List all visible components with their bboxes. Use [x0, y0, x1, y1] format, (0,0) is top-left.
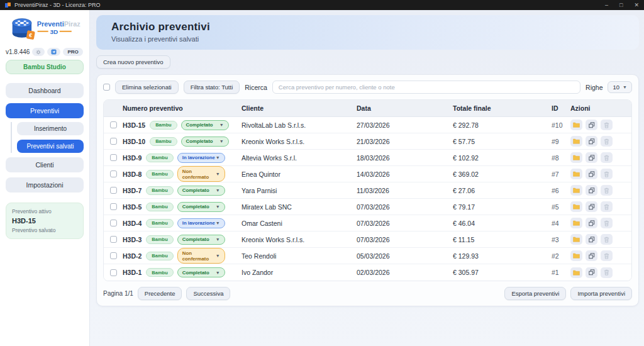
brand-accent: Piraz	[64, 20, 80, 28]
open-folder-button[interactable]	[570, 234, 582, 245]
delete-selected-button[interactable]: Elimina selezionati	[115, 81, 179, 94]
row-checkbox[interactable]	[110, 187, 117, 194]
table-row: H3D-9 Bambu In lavorazione ▼ Altevia Wor…	[104, 150, 631, 166]
duplicate-button[interactable]	[586, 185, 597, 196]
open-folder-button[interactable]	[570, 120, 582, 130]
delete-button[interactable]	[601, 136, 613, 147]
close-icon[interactable]: ✕	[634, 2, 639, 8]
sidebar-item-impostazioni[interactable]: Impostazioni	[6, 177, 84, 193]
row-checkbox[interactable]	[110, 203, 117, 210]
copy-icon	[589, 269, 595, 276]
status-select[interactable]: Non confermato ▼	[177, 248, 225, 264]
row-checkbox[interactable]	[110, 220, 117, 226]
duplicate-button[interactable]	[586, 250, 597, 261]
delete-button[interactable]	[601, 120, 613, 130]
status-label: Completato	[182, 187, 209, 193]
duplicate-button[interactable]	[586, 152, 597, 163]
delete-button[interactable]	[601, 250, 613, 261]
delete-button[interactable]	[601, 234, 613, 245]
col-cliente: Cliente	[242, 100, 357, 116]
status-select[interactable]: Completato ▼	[177, 267, 225, 277]
search-label: Ricerca	[245, 84, 267, 91]
status-select[interactable]: Completato ▼	[181, 120, 229, 130]
delete-button[interactable]	[601, 185, 613, 196]
duplicate-button[interactable]	[586, 169, 597, 179]
date-cell: 07/03/2026	[357, 203, 453, 211]
open-folder-button[interactable]	[570, 185, 582, 196]
total-cell: € 292.78	[453, 121, 552, 129]
duplicate-button[interactable]	[586, 120, 597, 130]
client-cell: Enea Quintor	[242, 170, 357, 178]
app-logo: € PreventiPiraz 3D	[6, 15, 84, 47]
status-select[interactable]: Completato ▼	[177, 235, 225, 245]
date-cell: 07/03/2026	[357, 220, 453, 227]
duplicate-button[interactable]	[586, 267, 597, 278]
status-select[interactable]: Non confermato ▼	[177, 166, 225, 182]
create-quote-button[interactable]: Crea nuovo preventivo	[96, 55, 170, 69]
duplicate-button[interactable]	[586, 234, 597, 245]
sidebar-item-inserimento[interactable]: Inserimento	[17, 122, 84, 135]
delete-button[interactable]	[601, 218, 613, 228]
status-select[interactable]: In lavorazione ▼	[177, 218, 225, 228]
delete-button[interactable]	[601, 201, 613, 212]
open-folder-button[interactable]	[570, 218, 582, 228]
delete-button[interactable]	[601, 152, 613, 163]
date-cell: 02/03/2026	[357, 269, 453, 276]
row-checkbox[interactable]	[110, 138, 117, 145]
filter-status-button[interactable]: Filtra stato: Tutti	[184, 81, 240, 94]
row-checkbox[interactable]	[110, 170, 117, 177]
delete-button[interactable]	[601, 267, 613, 278]
sidebar-item-preventivi[interactable]: Preventivi	[6, 103, 84, 118]
delete-button[interactable]	[601, 169, 613, 179]
trash-icon	[604, 171, 609, 177]
row-checkbox[interactable]	[110, 154, 117, 161]
duplicate-button[interactable]	[586, 218, 597, 228]
next-page-button[interactable]: Successiva	[186, 287, 230, 300]
sidebar-item-preventivi-salvati[interactable]: Preventivi salvati	[17, 140, 84, 153]
copy-icon	[589, 138, 595, 145]
duplicate-button[interactable]	[586, 201, 597, 212]
open-folder-button[interactable]	[570, 136, 582, 147]
rows-per-page-select[interactable]: 10 ▼	[608, 81, 632, 93]
table-row: H3D-1 Bambu Completato ▼ Ivo Zandor 02/0…	[104, 264, 631, 281]
select-all-checkbox[interactable]	[103, 84, 110, 91]
prev-page-button[interactable]: Precedente	[138, 287, 182, 300]
minimize-icon[interactable]: –	[605, 2, 608, 8]
status-select[interactable]: Completato ▼	[177, 186, 225, 196]
status-select[interactable]: Completato ▼	[177, 202, 225, 212]
row-checkbox[interactable]	[110, 269, 117, 276]
sidebar-item-dashboard[interactable]: Dashboard	[6, 83, 84, 98]
sidebar-item-clienti[interactable]: Clienti	[6, 157, 84, 172]
open-folder-button[interactable]	[570, 250, 582, 261]
open-folder-button[interactable]	[570, 169, 582, 179]
status-select[interactable]: Completato ▼	[181, 137, 229, 147]
import-quotes-button[interactable]: Importa preventivi	[570, 287, 632, 300]
bambu-studio-button[interactable]: Bambu Studio	[6, 60, 84, 74]
id-cell: #1	[552, 269, 570, 276]
status-label: Completato	[182, 204, 209, 209]
status-label: In lavorazione	[182, 155, 215, 160]
date-cell: 21/03/2026	[357, 138, 453, 145]
export-quotes-button[interactable]: Esporta preventivi	[504, 287, 566, 300]
chevron-down-icon: ▼	[216, 221, 220, 225]
chevron-down-icon: ▼	[216, 204, 220, 209]
status-select[interactable]: In lavorazione ▼	[177, 153, 225, 163]
client-cell: Ivo Zandor	[242, 269, 357, 276]
maximize-icon[interactable]: □	[619, 2, 623, 8]
open-folder-button[interactable]	[570, 267, 582, 278]
copy-icon	[589, 122, 595, 128]
search-input[interactable]	[272, 81, 580, 94]
row-checkbox[interactable]	[110, 252, 117, 259]
id-cell: #3	[552, 236, 570, 243]
duplicate-button[interactable]	[586, 136, 597, 147]
folder-icon	[573, 253, 580, 259]
table-row: H3D-5 Bambu Completato ▼ Miratex Lab SNC…	[104, 199, 631, 215]
telegram-app-button[interactable]	[47, 48, 60, 56]
main-content: Archivio preventivi Visualizza i prevent…	[90, 10, 644, 346]
row-checkbox[interactable]	[110, 236, 117, 243]
open-folder-button[interactable]	[570, 152, 582, 163]
col-azioni: Azioni	[570, 100, 631, 116]
row-checkbox[interactable]	[110, 121, 117, 128]
open-folder-button[interactable]	[570, 201, 582, 212]
settings-gear-button[interactable]	[32, 48, 45, 56]
